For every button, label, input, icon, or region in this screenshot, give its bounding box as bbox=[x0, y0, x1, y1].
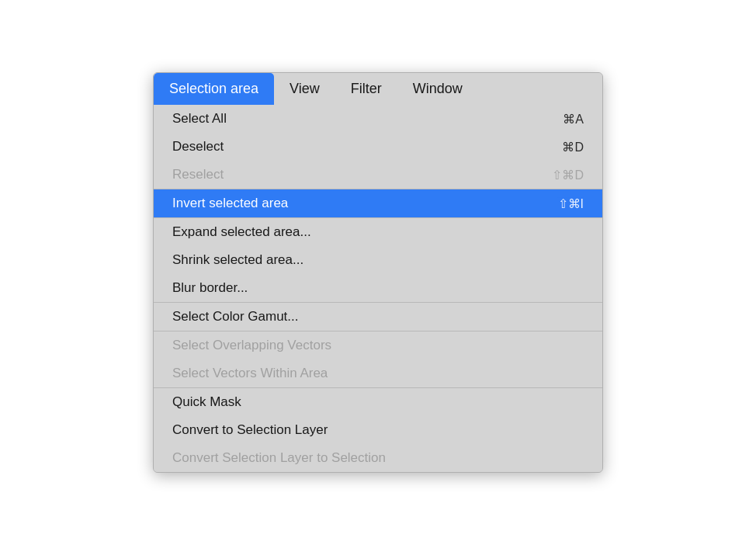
menu-item-select-overlapping-vectors: Select Overlapping Vectors bbox=[154, 332, 602, 359]
menu-item-label: Reselect bbox=[172, 167, 224, 182]
menu-item-invert-selected-area[interactable]: Invert selected area⇧⌘I bbox=[154, 189, 602, 217]
menu-content: Select All⌘ADeselect⌘DReselect⇧⌘DInvert … bbox=[154, 105, 602, 472]
menu-item-label: Convert Selection Layer to Selection bbox=[172, 450, 386, 466]
menu-item-blur-border-[interactable]: Blur border... bbox=[154, 274, 602, 302]
menu-item-label: Select Vectors Within Area bbox=[172, 366, 328, 381]
menu-item-expand-selected-area-[interactable]: Expand selected area... bbox=[154, 218, 602, 246]
menu-item-quick-mask[interactable]: Quick Mask bbox=[154, 388, 602, 416]
menu-bar-item-selection-area[interactable]: Selection area bbox=[154, 73, 274, 105]
menu-item-shortcut: ⌘D bbox=[562, 140, 584, 154]
menu-item-select-color-gamut-[interactable]: Select Color Gamut... bbox=[154, 303, 602, 331]
menu-item-label: Select Color Gamut... bbox=[172, 309, 299, 325]
menu-item-select-all[interactable]: Select All⌘A bbox=[154, 105, 602, 133]
menu-item-label: Quick Mask bbox=[172, 394, 241, 410]
menu-item-shrink-selected-area-[interactable]: Shrink selected area... bbox=[154, 246, 602, 274]
menu-item-label: Invert selected area bbox=[172, 196, 288, 211]
menu-item-shortcut: ⌘A bbox=[563, 112, 584, 127]
menu-divider-4 bbox=[154, 331, 602, 332]
menu-item-label: Shrink selected area... bbox=[172, 252, 303, 268]
menu-item-reselect: Reselect⇧⌘D bbox=[154, 161, 602, 189]
menu-item-label: Blur border... bbox=[172, 280, 248, 296]
menu-item-convert-to-selection-layer[interactable]: Convert to Selection Layer bbox=[154, 416, 602, 444]
menu-bar: Selection areaViewFilterWindow bbox=[154, 73, 602, 105]
menu-item-shortcut: ⇧⌘I bbox=[558, 196, 584, 211]
menu-item-deselect[interactable]: Deselect⌘D bbox=[154, 133, 602, 161]
menu-item-shortcut: ⇧⌘D bbox=[552, 168, 584, 182]
menu-item-label: Expand selected area... bbox=[172, 224, 311, 240]
menu-bar-item-filter[interactable]: Filter bbox=[335, 73, 397, 105]
menu-item-label: Deselect bbox=[172, 139, 224, 154]
menu-container: Selection areaViewFilterWindow Select Al… bbox=[153, 72, 603, 473]
menu-bar-item-window[interactable]: Window bbox=[397, 73, 478, 105]
menu-item-select-vectors-within-area: Select Vectors Within Area bbox=[154, 359, 602, 387]
menu-item-label: Convert to Selection Layer bbox=[172, 422, 328, 438]
menu-item-convert-selection-layer-to-selection: Convert Selection Layer to Selection bbox=[154, 444, 602, 472]
menu-item-label: Select Overlapping Vectors bbox=[172, 338, 331, 353]
menu-bar-item-view[interactable]: View bbox=[274, 73, 335, 105]
menu-item-label: Select All bbox=[172, 111, 227, 127]
